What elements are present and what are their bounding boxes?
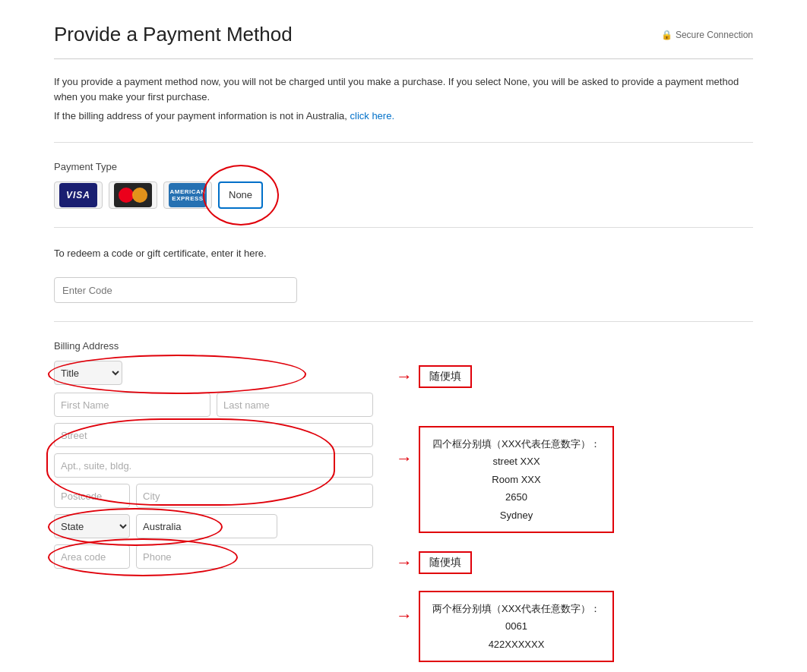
annotation-title-row: → 随便填 (396, 365, 753, 388)
area-code-input[interactable] (54, 544, 130, 569)
arrow-right-address: → (396, 449, 413, 469)
fill-randomly-label-1: 随便填 (419, 365, 472, 388)
divider-1 (54, 142, 753, 143)
page-title: Provide a Payment Method (54, 23, 293, 46)
annotation-state-row: → 随便填 (396, 551, 753, 574)
two-boxes-title: 两个框分别填（XXX代表任意数字）： (432, 600, 600, 617)
apt-input[interactable] (54, 453, 373, 478)
gift-code-section: To redeem a code or gift certificate, en… (54, 246, 753, 304)
mc-circle-left (119, 188, 134, 203)
divider-3 (54, 321, 753, 322)
country-input[interactable] (136, 514, 277, 538)
four-box-line-3: 2650 (432, 488, 600, 506)
two-box-line-2: 422XXXXXX (432, 636, 600, 653)
state-country-row: State (54, 514, 373, 538)
address-annotation-box: 四个框分别填（XXX代表任意数字）： street XXX Room XXX 2… (419, 426, 614, 533)
last-name-input[interactable] (217, 393, 373, 417)
city-input[interactable] (136, 484, 373, 508)
click-here-link[interactable]: click here. (350, 110, 395, 121)
divider-2 (54, 227, 753, 228)
secure-connection: 🔒 Secure Connection (661, 30, 753, 40)
four-box-line-4: Sydney (432, 506, 600, 524)
secure-label: Secure Connection (676, 30, 753, 40)
mc-circle-right (132, 188, 147, 203)
annotation-phone-block: → 两个框分别填（XXX代表任意数字）： 0061 422XXXXXX (396, 591, 753, 662)
phone-annotation-box: 两个框分别填（XXX代表任意数字）： 0061 422XXXXXX (419, 591, 614, 662)
street-row (54, 423, 373, 447)
phone-row (54, 544, 373, 569)
four-box-line-2: Room XXX (432, 471, 600, 488)
two-box-line-1: 0061 (432, 617, 600, 635)
street-input[interactable] (54, 423, 373, 447)
fill-randomly-label-2: 随便填 (419, 551, 472, 574)
gift-code-input[interactable] (54, 277, 297, 303)
billing-label: Billing Address (54, 340, 753, 352)
visa-logo: VISA (59, 183, 97, 207)
state-select[interactable]: State (54, 514, 130, 538)
payment-type-label: Payment Type (54, 161, 753, 172)
phone-input[interactable] (136, 544, 373, 569)
visa-card-button[interactable]: VISA (54, 181, 103, 209)
apt-row (54, 453, 373, 478)
postcode-input[interactable] (54, 484, 130, 508)
postcode-city-row (54, 484, 373, 508)
billing-form: Title Mr. Mrs. Ms. Dr. (54, 361, 373, 569)
amex-logo: AMERICAN EXPRESS (169, 183, 207, 207)
info-line2: If the billing address of your payment i… (54, 109, 753, 124)
first-name-input[interactable] (54, 393, 210, 417)
billing-section: Billing Address Title Mr. Mrs. Ms. Dr. (54, 340, 753, 662)
arrow-right-title: → (396, 367, 413, 386)
annotation-address-block: → 四个框分别填（XXX代表任意数字）： street XXX Room XXX… (396, 426, 753, 533)
lock-icon: 🔒 (661, 30, 672, 40)
four-box-line-1: street XXX (432, 453, 600, 470)
mastercard-button[interactable] (109, 181, 157, 209)
amex-card-button[interactable]: AMERICAN EXPRESS (163, 181, 212, 209)
title-select[interactable]: Title Mr. Mrs. Ms. Dr. (54, 361, 122, 385)
payment-type-section: Payment Type VISA AMERICAN EXPRESS (54, 161, 753, 209)
info-line1: If you provide a payment method now, you… (54, 74, 753, 104)
title-row: Title Mr. Mrs. Ms. Dr. (54, 361, 373, 385)
arrow-right-state: → (396, 553, 413, 573)
mastercard-logo (114, 183, 152, 207)
name-row (54, 393, 373, 417)
four-boxes-title: 四个框分别填（XXX代表任意数字）： (432, 435, 600, 453)
none-button[interactable]: None (218, 181, 263, 209)
payment-cards: VISA AMERICAN EXPRESS None (54, 181, 753, 209)
arrow-right-phone: → (396, 606, 413, 626)
gift-code-label: To redeem a code or gift certificate, en… (54, 246, 753, 261)
